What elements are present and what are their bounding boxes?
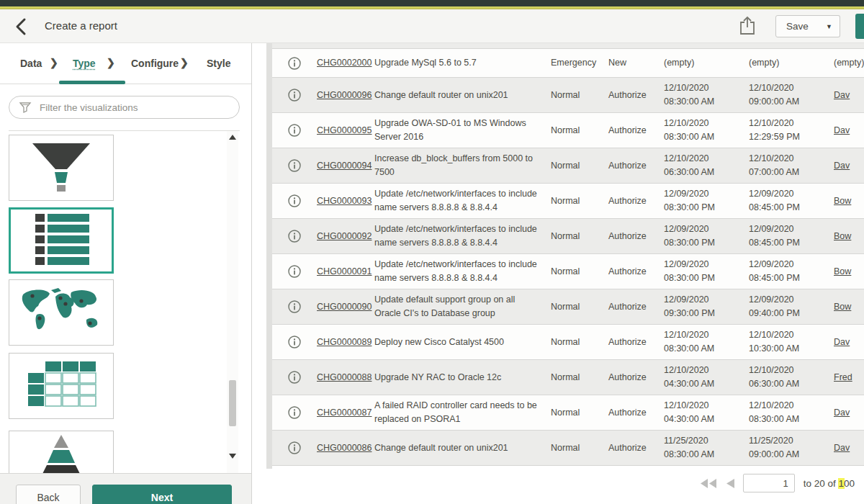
info-icon[interactable] (287, 440, 302, 456)
assigned-to-link[interactable]: Dav (834, 408, 850, 418)
priority-text: Normal (551, 368, 608, 387)
short-description-text: Change default router on unix201 (374, 86, 551, 105)
row-info-cell (272, 369, 317, 385)
chevron-right-icon: ❯ (50, 57, 58, 68)
save-button[interactable]: Save (775, 15, 819, 37)
first-page-button[interactable] (701, 479, 718, 488)
row-info-cell (272, 228, 317, 244)
state-text: Authorize (608, 227, 664, 246)
chevron-left-icon (12, 16, 33, 37)
row-info-cell (272, 334, 317, 350)
short-description-text: Update /etc/network/interfaces to includ… (374, 184, 551, 217)
assigned-to-link: (empty) (834, 58, 864, 68)
info-icon[interactable] (287, 405, 302, 420)
record-number-link[interactable]: CHG0002000 (317, 58, 372, 68)
state-text: Authorize (608, 297, 664, 317)
record-number-link[interactable]: CHG0000086 (317, 443, 372, 453)
assigned-to-link[interactable]: Dav (834, 125, 850, 135)
step-data[interactable]: Data (20, 58, 42, 69)
viz-list-scrollbar[interactable] (227, 131, 238, 473)
scroll-up-icon[interactable] (229, 134, 236, 141)
record-number-link[interactable]: CHG0000088 (317, 372, 372, 382)
previous-page-button[interactable] (726, 479, 734, 488)
filter-visualizations-input[interactable] (38, 102, 230, 114)
row-info-cell (272, 440, 317, 456)
page-number-input[interactable] (743, 474, 795, 492)
priority-text: Normal (551, 403, 608, 423)
info-icon[interactable] (287, 334, 302, 350)
info-icon[interactable] (287, 299, 302, 315)
priority-text: Normal (551, 156, 608, 176)
record-number-link[interactable]: CHG0000092 (317, 231, 372, 241)
table-row: CHG0000087A failed RAID controller card … (272, 395, 864, 431)
chevron-right-icon: ❯ (107, 57, 115, 68)
row-info-cell (272, 405, 317, 420)
grid-table-icon (24, 359, 99, 413)
state-text: Authorize (608, 333, 664, 352)
table-row: CHG0000090Update default support group o… (272, 289, 864, 325)
row-info-cell (272, 55, 317, 71)
viz-type-list[interactable] (9, 207, 114, 274)
table-row: CHG0000086Change default router on unix2… (272, 431, 864, 466)
share-button[interactable] (737, 15, 759, 38)
top-banner-bar (0, 0, 864, 6)
assigned-to-link[interactable]: Dav (834, 443, 850, 453)
assigned-to-link[interactable]: Bow (834, 302, 851, 312)
scrollbar-thumb[interactable] (229, 380, 236, 426)
info-icon[interactable] (287, 193, 302, 209)
info-icon[interactable] (287, 87, 302, 103)
assigned-to-link[interactable]: Bow (834, 266, 851, 276)
info-icon[interactable] (287, 122, 302, 138)
cutoff-primary-button[interactable] (855, 14, 864, 39)
planned-end-text: 12/10/2020 10:30:00 AM (749, 325, 834, 359)
viz-type-heatmap[interactable] (9, 353, 114, 419)
planned-end-text: 12/10/2020 09:00:00 AM (749, 78, 834, 112)
step-style[interactable]: Style (207, 58, 230, 69)
assigned-to-link[interactable]: Dav (834, 161, 850, 171)
viz-type-pyramid[interactable] (9, 431, 114, 473)
short-description-text: Update default support group on all Orac… (374, 290, 551, 323)
table-row: CHG0002000Upgrade MySql 5.6 to 5.7Emerge… (272, 49, 864, 78)
priority-text: Normal (551, 297, 608, 317)
record-number-link[interactable]: CHG0000094 (317, 161, 372, 171)
record-number-link[interactable]: CHG0000090 (317, 302, 372, 312)
record-number-link[interactable]: CHG0000091 (317, 266, 372, 276)
next-button[interactable]: Next (92, 485, 232, 504)
world-map-icon (17, 284, 105, 341)
record-number-link[interactable]: CHG0000089 (317, 337, 372, 347)
info-icon[interactable] (287, 369, 302, 385)
assigned-to-link[interactable]: Bow (834, 231, 851, 241)
record-number-link[interactable]: CHG0000093 (317, 196, 372, 206)
info-icon[interactable] (287, 228, 302, 244)
save-dropdown-button[interactable]: ▼ (819, 15, 840, 37)
planned-start-text: 12/10/2020 08:30:00 AM (664, 325, 749, 359)
chevron-left-icon (726, 479, 734, 488)
state-text: Authorize (608, 86, 664, 105)
back-chevron-button[interactable] (12, 16, 33, 37)
priority-text: Normal (551, 333, 608, 352)
viz-type-map[interactable] (9, 279, 114, 346)
back-button[interactable]: Back (16, 485, 81, 504)
assigned-to-link[interactable]: Fred (834, 372, 852, 382)
planned-end-text: 12/09/2020 08:45:00 PM (749, 184, 834, 217)
step-type[interactable]: Type (73, 58, 96, 69)
record-number-link[interactable]: CHG0000087 (317, 408, 372, 418)
step-configure[interactable]: Configure (131, 58, 179, 69)
record-number-link[interactable]: CHG0000095 (317, 125, 372, 135)
planned-end-text: 12/09/2020 08:45:00 PM (749, 255, 834, 288)
assigned-to-link[interactable]: Bow (834, 196, 851, 206)
assigned-to-link[interactable]: Dav (834, 337, 850, 347)
filter-funnel-icon (19, 101, 32, 114)
row-info-cell (272, 158, 317, 174)
chevron-right-icon: ❯ (180, 57, 189, 68)
record-number-link[interactable]: CHG0000096 (317, 90, 372, 100)
row-info-cell (272, 87, 317, 103)
viz-type-funnel[interactable] (9, 135, 114, 201)
info-icon[interactable] (287, 158, 302, 174)
assigned-to-link[interactable]: Dav (834, 90, 850, 100)
state-text: Authorize (608, 368, 664, 387)
scroll-down-icon[interactable] (229, 452, 236, 459)
info-icon[interactable] (287, 55, 302, 71)
table-row: CHG0000095Upgrade OWA-SD-01 to MS Window… (272, 113, 864, 148)
info-icon[interactable] (287, 264, 302, 279)
